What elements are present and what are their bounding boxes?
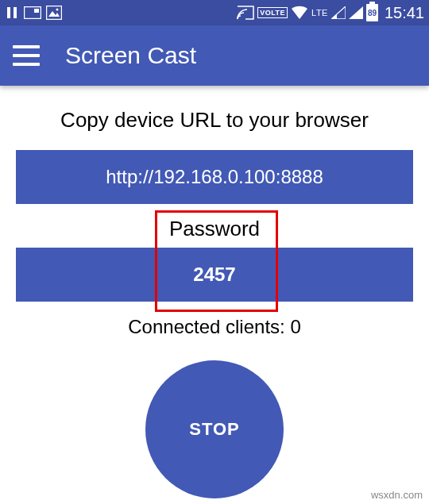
- svg-marker-9: [349, 6, 363, 19]
- battery-level: 89: [368, 9, 377, 17]
- menu-button[interactable]: [13, 45, 40, 66]
- status-bar: VOLTE LTE 89 15:41: [0, 0, 429, 25]
- svg-point-6: [56, 9, 59, 11]
- svg-marker-5: [48, 11, 60, 17]
- password-label: Password: [0, 217, 429, 241]
- main-content: Copy device URL to your browser http://1…: [0, 86, 429, 498]
- signal-1-icon: [331, 6, 346, 19]
- instruction-text: Copy device URL to your browser: [0, 108, 429, 133]
- lte-label: LTE: [311, 8, 328, 17]
- svg-rect-3: [34, 9, 39, 13]
- clock: 15:41: [385, 4, 424, 22]
- cast-rect-icon: [24, 6, 41, 19]
- app-bar: Screen Cast: [0, 25, 429, 86]
- password-bar[interactable]: 2457: [16, 248, 413, 302]
- app-title: Screen Cast: [65, 42, 196, 69]
- status-left: [5, 6, 62, 20]
- battery-icon: 89: [366, 4, 378, 21]
- svg-rect-1: [14, 7, 17, 18]
- svg-marker-7: [331, 6, 346, 19]
- image-icon: [46, 6, 62, 20]
- status-right: VOLTE LTE 89 15:41: [237, 4, 424, 22]
- wifi-icon: [291, 6, 308, 20]
- url-bar[interactable]: http://192.168.0.100:8888: [16, 150, 413, 204]
- pause-icon: [5, 6, 19, 20]
- signal-2-icon: [349, 6, 363, 19]
- cast-icon: [237, 6, 254, 20]
- volte-badge: VOLTE: [257, 7, 288, 18]
- watermark: wsxdn.com: [371, 489, 423, 501]
- connected-clients: Connected clients: 0: [0, 316, 429, 338]
- stop-button[interactable]: STOP: [145, 360, 284, 498]
- svg-rect-4: [47, 6, 62, 20]
- svg-rect-0: [7, 7, 10, 18]
